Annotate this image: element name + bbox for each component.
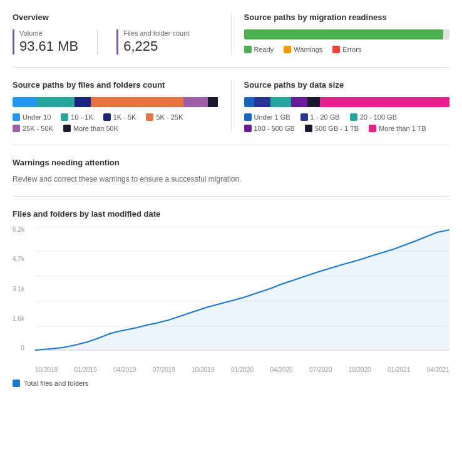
- datasize-legend-item: Under 1 GB: [244, 113, 290, 121]
- datasize-legend-item: 20 - 100 GB: [350, 113, 397, 121]
- volume-value: 93.61 MB: [19, 38, 78, 54]
- legend-color-box: [332, 46, 340, 53]
- chart-legend: Total files and folders: [13, 380, 449, 387]
- datasize-legend-item: 100 - 500 GB: [244, 125, 295, 132]
- overview-title: Overview: [13, 13, 218, 22]
- files-folders-section: Source paths by files and folders count …: [13, 80, 232, 132]
- files-legend-item: 10 - 1K: [61, 113, 93, 121]
- bar-segment: [307, 97, 320, 107]
- readiness-bar-fill: [244, 29, 444, 39]
- readiness-legend-item: Ready: [244, 46, 274, 53]
- legend-color-box: [13, 113, 20, 121]
- top-row: Overview Volume 93.61 MB Files and folde…: [13, 13, 449, 68]
- legend-color-box: [244, 113, 252, 121]
- bar-segment: [270, 97, 291, 107]
- volume-block: Volume 93.61 MB: [13, 29, 78, 54]
- x-label: 04/2021: [427, 366, 449, 373]
- chart-legend-color: [13, 380, 20, 387]
- middle-row: Source paths by files and folders count …: [13, 80, 449, 145]
- files-block: Files and folder count 6,225: [116, 29, 189, 54]
- x-label: 10/2018: [35, 366, 58, 373]
- chart-legend-label: Total files and folders: [24, 380, 88, 387]
- datasize-bar: [244, 97, 450, 107]
- files-value: 6,225: [123, 38, 189, 54]
- datasize-legend-item: More than 1 TB: [369, 125, 426, 132]
- files-folders-bar: [13, 97, 218, 107]
- datasize-legend: Under 1 GB1 - 20 GB20 - 100 GB100 - 500 …: [244, 113, 450, 132]
- files-folders-legend: Under 1010 - 1K1K - 5K5K - 25K25K - 50KM…: [13, 113, 218, 132]
- y-label: 0: [21, 344, 24, 351]
- legend-color-box: [13, 125, 20, 132]
- x-label: 04/2020: [270, 366, 292, 373]
- legend-color-box: [244, 46, 252, 53]
- datasize-legend-item: 500 GB - 1 TB: [305, 125, 359, 132]
- timeline-svg: [13, 226, 449, 351]
- warnings-description: Review and correct these warnings to ens…: [13, 175, 449, 184]
- chart-area-fill: [35, 230, 449, 350]
- readiness-legend-item: Warnings: [284, 46, 322, 53]
- files-folders-title: Source paths by files and folders count: [13, 80, 218, 90]
- bar-segment: [183, 97, 208, 107]
- bar-segment: [13, 97, 37, 107]
- readiness-legend: ReadyWarningsErrors: [244, 46, 450, 53]
- x-label: 04/2019: [113, 366, 136, 373]
- readiness-section: Source paths by migration readiness Read…: [232, 13, 450, 54]
- legend-color-box: [300, 113, 308, 121]
- bar-segment: [254, 97, 270, 107]
- files-legend-item: 25K - 50K: [13, 125, 53, 132]
- metric-divider: [97, 29, 98, 54]
- bar-segment: [74, 97, 91, 107]
- dashboard: Overview Volume 93.61 MB Files and folde…: [13, 13, 449, 393]
- y-label: 3.1k: [13, 286, 24, 292]
- readiness-title: Source paths by migration readiness: [244, 13, 450, 22]
- bar-segment: [291, 97, 307, 107]
- chart-area: 6.2k4.7k3.1k1.6k0: [13, 226, 449, 364]
- legend-color-box: [284, 46, 291, 53]
- legend-color-box: [305, 125, 312, 132]
- legend-color-box: [61, 113, 68, 121]
- datasize-section: Source paths by data size Under 1 GB1 - …: [232, 80, 450, 132]
- legend-color-box: [350, 113, 357, 121]
- legend-color-box: [63, 125, 71, 132]
- chart-title: Files and folders by last modified date: [13, 209, 449, 219]
- readiness-legend-item: Errors: [332, 46, 361, 53]
- warnings-title: Warnings needing attention: [13, 158, 449, 167]
- y-label: 6.2k: [13, 226, 24, 233]
- x-label: 01/2021: [388, 366, 410, 373]
- overview-section: Overview Volume 93.61 MB Files and folde…: [13, 13, 232, 54]
- bar-segment: [208, 97, 218, 107]
- volume-label: Volume: [19, 29, 78, 37]
- legend-color-box: [369, 125, 376, 132]
- y-label: 1.6k: [13, 315, 24, 322]
- bar-segment: [37, 97, 74, 107]
- x-label: 07/2020: [309, 366, 332, 373]
- bar-segment: [244, 97, 254, 107]
- warnings-section: Warnings needing attention Review and co…: [13, 158, 449, 197]
- files-legend-item: More than 50K: [63, 125, 118, 132]
- legend-color-box: [244, 125, 252, 132]
- x-label: 01/2019: [74, 366, 97, 373]
- x-label: 01/2020: [231, 366, 254, 373]
- x-label: 10/2020: [349, 366, 371, 373]
- legend-color-box: [146, 113, 153, 121]
- y-label: 4.7k: [13, 256, 24, 262]
- x-label: 07/2019: [153, 366, 175, 373]
- datasize-legend-item: 1 - 20 GB: [300, 113, 340, 121]
- chart-y-labels: 6.2k4.7k3.1k1.6k0: [13, 226, 28, 351]
- chart-section: Files and folders by last modified date …: [13, 209, 449, 393]
- legend-color-box: [103, 113, 111, 121]
- chart-x-labels: 10/201801/201904/201907/201910/201901/20…: [13, 366, 449, 373]
- datasize-title: Source paths by data size: [244, 80, 450, 90]
- bar-segment: [320, 97, 449, 107]
- metrics-row: Volume 93.61 MB Files and folder count 6…: [13, 29, 218, 54]
- bar-segment: [91, 97, 183, 107]
- x-label: 10/2019: [192, 366, 214, 373]
- files-label: Files and folder count: [123, 29, 189, 37]
- files-legend-item: 1K - 5K: [103, 113, 136, 121]
- files-legend-item: 5K - 25K: [146, 113, 183, 121]
- files-legend-item: Under 10: [13, 113, 51, 121]
- readiness-bar-container: [244, 29, 450, 39]
